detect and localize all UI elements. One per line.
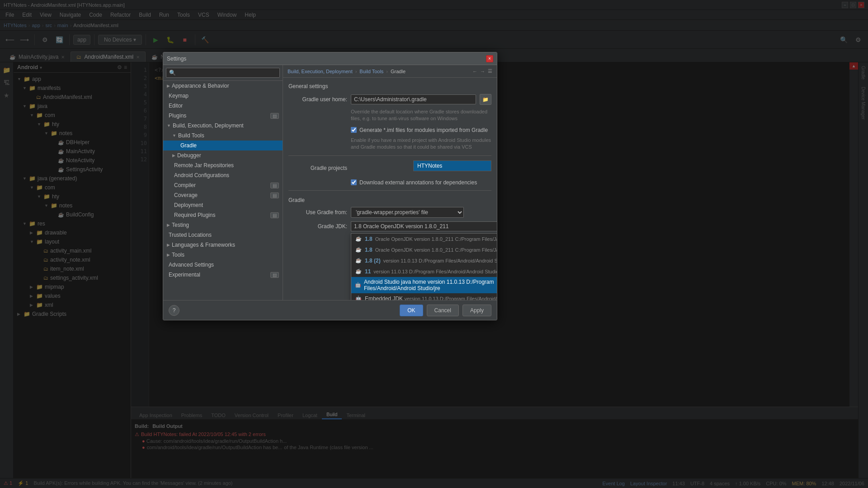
breadcrumb-build-tools[interactable]: Build Tools	[359, 69, 383, 74]
jdk-version-label: 1.8 (2)	[365, 258, 381, 264]
general-settings-title: General settings	[288, 83, 491, 89]
settings-gradle[interactable]: Gradle	[163, 141, 283, 150]
dialog-body: ▶ Appearance & Behavior Keymap Editor Pl…	[163, 65, 497, 300]
settings-advanced[interactable]: Advanced Settings	[163, 260, 283, 270]
gradle-user-home-row: Gradle user home: 📁	[288, 94, 491, 105]
use-gradle-from-label: Use Gradle from:	[288, 209, 347, 216]
jdk-option-embedded[interactable]: 🤖 Embedded JDK version 11.0.13 D:/Progra…	[351, 293, 497, 300]
section-separator	[288, 155, 491, 156]
settings-item-label: Build Tools	[178, 132, 204, 139]
studio-icon: 🤖	[355, 282, 361, 289]
settings-plugins[interactable]: Plugins ▤	[163, 111, 283, 121]
jdk-dropdown-button[interactable]: 1.8 Oracle OpenJDK version 1.8.0_211 ▾	[351, 221, 497, 231]
jdk-option-2[interactable]: ☕ 1.8 Oracle OpenJDK version 1.8.0_211 C…	[351, 244, 497, 255]
jdk-desc-text: version 11.0.13 D:/Program Files/Android…	[373, 269, 497, 274]
settings-item-label: Advanced Settings	[169, 262, 214, 268]
breadcrumb-gradle: Gradle	[391, 69, 406, 74]
settings-breadcrumb: Build, Execution, Deployment › Build Too…	[283, 65, 497, 78]
experimental-badge: ▤	[270, 272, 279, 278]
section-separator2	[288, 190, 491, 191]
gradle-projects-label: Gradle projects	[288, 165, 347, 171]
jdk-selected-value: 1.8 Oracle OpenJDK version 1.8.0_211	[354, 223, 448, 230]
ok-button[interactable]: OK	[400, 305, 423, 316]
jdk-option-3[interactable]: ☕ 1.8 (2) version 11.0.13 D:/Program Fil…	[351, 255, 497, 266]
gradle-jdk-row: Gradle JDK: 1.8 Oracle OpenJDK version 1…	[288, 221, 491, 231]
coverage-badge: ▤	[270, 192, 279, 198]
jdk-option-4[interactable]: ☕ 11 version 11.0.13 D:/Program Files/An…	[351, 266, 497, 277]
settings-sidebar: ▶ Appearance & Behavior Keymap Editor Pl…	[163, 65, 283, 300]
jdk-dropdown-container: 1.8 Oracle OpenJDK version 1.8.0_211 ▾ ☕…	[351, 221, 497, 231]
breadcrumb-sep2: ›	[386, 69, 388, 74]
settings-appearance-behavior[interactable]: ▶ Appearance & Behavior	[163, 81, 283, 91]
breadcrumb-nav-back[interactable]: ←	[472, 69, 477, 74]
settings-item-label: Debugger	[177, 152, 201, 159]
expand-icon: ▶	[167, 243, 170, 247]
settings-deployment[interactable]: Deployment	[163, 200, 283, 210]
settings-item-label: Testing	[172, 222, 189, 228]
settings-dialog: Settings × ▶ Appearance & Behavior Keyma…	[163, 52, 497, 320]
apply-button[interactable]: Apply	[462, 305, 491, 316]
jdk-option-studio[interactable]: 🤖 Android Studio java home version 11.0.…	[351, 277, 497, 293]
breadcrumb-sep1: ›	[355, 69, 357, 74]
gradle-projects-row: Gradle projects HTYNotes	[288, 160, 491, 176]
jdk-desc-text: version 11.0.13 D:/Program Files/Android…	[383, 258, 497, 263]
settings-item-label: Deployment	[174, 202, 203, 208]
settings-languages-frameworks[interactable]: ▶ Languages & Frameworks	[163, 240, 283, 250]
gradle-user-home-input[interactable]	[351, 94, 476, 104]
settings-android-config[interactable]: Android Configurations	[163, 170, 283, 180]
settings-item-label: Required Plugins	[174, 212, 215, 218]
expand-icon: ▶	[167, 84, 170, 88]
use-gradle-from-row: Use Gradle from: 'gradle-wrapper.propert…	[288, 207, 491, 218]
gradle-jdk-label: Gradle JDK:	[288, 223, 347, 230]
settings-compiler[interactable]: Compiler ▤	[163, 180, 283, 190]
cancel-button[interactable]: Cancel	[427, 305, 459, 316]
help-button[interactable]: ?	[169, 305, 179, 316]
settings-coverage[interactable]: Coverage ▤	[163, 190, 283, 200]
download-annotations-label: Download external annotations for depend…	[359, 179, 477, 186]
settings-required-plugins[interactable]: Required Plugins ▤	[163, 210, 283, 220]
use-gradle-from-select[interactable]: 'gradle-wrapper.properties' file	[351, 207, 464, 218]
breadcrumb-nav-forward[interactable]: →	[480, 69, 485, 74]
download-annotations-checkbox[interactable]	[351, 179, 357, 185]
jdk-option-1[interactable]: ☕ 1.8 Oracle OpenJDK version 1.8.0_211 C…	[351, 234, 497, 244]
settings-tools[interactable]: ▶ Tools	[163, 250, 283, 260]
expand-icon: ▼	[167, 123, 171, 128]
settings-trusted-locations[interactable]: Trusted Locations	[163, 230, 283, 240]
settings-remote-jar[interactable]: Remote Jar Repositories	[163, 160, 283, 170]
jdk-version-label: 11	[365, 268, 371, 275]
settings-editor[interactable]: Editor	[163, 101, 283, 111]
expand-icon: ▶	[167, 223, 170, 227]
jdk-dropdown-menu: ☕ 1.8 Oracle OpenJDK version 1.8.0_211 C…	[351, 233, 497, 300]
settings-build-exec-dep[interactable]: ▼ Build, Execution, Deployment	[163, 121, 283, 131]
breadcrumb-build-exec[interactable]: Build, Execution, Deployment	[288, 69, 353, 74]
settings-build-tools[interactable]: ▼ Build Tools	[163, 131, 283, 141]
jdk-version-label: 1.8	[365, 236, 373, 242]
generate-iml-note: Enable if you have a mixed project with …	[351, 137, 491, 151]
breadcrumb-menu-icon[interactable]: ☰	[488, 68, 492, 74]
jdk-icon: ☕	[355, 268, 362, 275]
jdk-icon: ☕	[355, 257, 362, 264]
settings-keymap[interactable]: Keymap	[163, 91, 283, 101]
settings-item-label: Editor	[169, 103, 183, 109]
dialog-title-text: Settings	[167, 56, 486, 62]
plugins-badge: ▤	[270, 113, 279, 119]
dialog-close-button[interactable]: ×	[486, 55, 493, 62]
settings-experimental[interactable]: Experimental ▤	[163, 270, 283, 280]
settings-debugger[interactable]: ▶ Debugger	[163, 150, 283, 160]
gradle-user-home-browse-btn[interactable]: 📁	[480, 94, 491, 105]
settings-main-content: Build, Execution, Deployment › Build Too…	[283, 65, 497, 300]
settings-item-label: Remote Jar Repositories	[174, 162, 234, 169]
expand-icon: ▶	[167, 253, 170, 257]
settings-testing[interactable]: ▶ Testing	[163, 220, 283, 230]
settings-item-label: Plugins	[169, 113, 186, 119]
gradle-project-hty[interactable]: HTYNotes	[414, 161, 491, 171]
settings-search-input[interactable]	[166, 68, 280, 78]
download-annotations-row: Download external annotations for depend…	[288, 179, 491, 186]
generate-iml-checkbox[interactable]	[351, 127, 357, 133]
settings-item-label: Gradle	[180, 142, 197, 149]
expand-icon: ▶	[172, 153, 175, 158]
settings-item-label: Tools	[172, 252, 184, 258]
expand-icon: ▼	[172, 133, 176, 138]
dialog-overlay: Settings × ▶ Appearance & Behavior Keyma…	[0, 0, 868, 488]
generate-iml-label: Generate *.iml files for modules importe…	[359, 127, 488, 133]
